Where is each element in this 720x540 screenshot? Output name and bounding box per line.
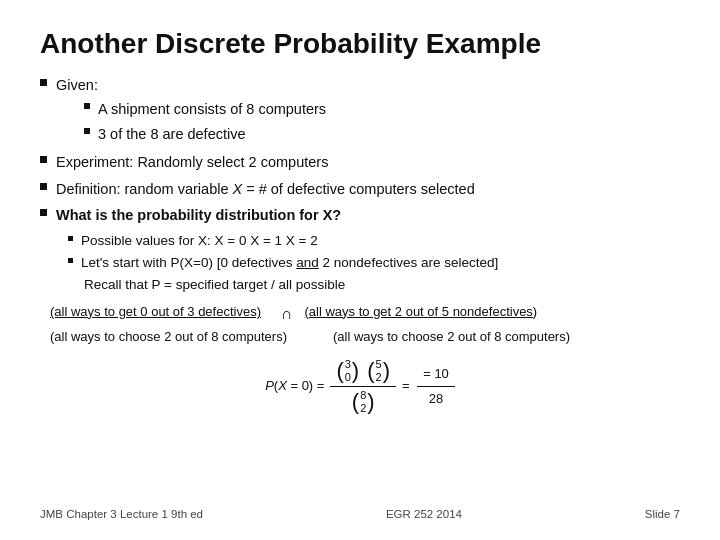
formula-area: P(X = 0) = ( 3 0 ) (: [40, 356, 680, 418]
sub-sq-1: [68, 236, 73, 241]
bullet-sq-3: [40, 183, 47, 190]
recall-line: Recall that P = specified target / all p…: [84, 275, 680, 295]
fraction-bottom-row: (all ways to choose 2 out of 8 computers…: [50, 327, 680, 347]
row2-right: (all ways to choose 2 out of 8 computers…: [333, 327, 570, 347]
slide-title: Another Discrete Probability Example: [40, 28, 680, 60]
fraction-rows: (all ways to get 0 out of 3 defectives) …: [50, 302, 680, 348]
experiment-text: Experiment: Randomly select 2 computers: [56, 151, 328, 173]
bullet-sq-1b: [84, 128, 90, 134]
bullet-sq-2: [40, 156, 47, 163]
formula-label: P(X = 0) =: [265, 376, 324, 396]
formula-row: P(X = 0) = ( 3 0 ) (: [265, 356, 455, 418]
binom-3-0: ( 3 0 ): [336, 358, 359, 384]
fraction-top-row: (all ways to get 0 out of 3 defectives) …: [50, 302, 680, 327]
row1-right: (all ways to get 2 out of 5 nondefective…: [305, 302, 538, 322]
shipment-text: A shipment consists of 8 computers: [98, 98, 326, 120]
sub-bullet-2: Let's start with P(X=0) [0 defectives an…: [68, 253, 680, 273]
slide-content: Given: A shipment consists of 8 computer…: [40, 74, 680, 504]
formula-denominator: ( 8 2 ): [346, 387, 381, 417]
formula-numerator: ( 3 0 ) ( 5 2: [330, 356, 396, 387]
slide-footer: JMB Chapter 3 Lecture 1 9th ed EGR 252 2…: [40, 504, 680, 520]
bullet-sq-1: [40, 79, 47, 86]
footer-right: Slide 7: [645, 508, 680, 520]
right-col: (all ways to get 2 out of 5 nondefective…: [305, 302, 538, 322]
footer-center: EGR 252 2014: [386, 508, 462, 520]
definition-text: Definition: random variable X = # of def…: [56, 178, 475, 200]
bullet-sq-1a: [84, 103, 90, 109]
binom-8-2: ( 8 2 ): [352, 389, 375, 415]
bullet-question: What is the probability distribution for…: [40, 204, 680, 226]
binom-5-2: ( 5 2 ): [367, 358, 390, 384]
row1-left: (all ways to get 0 out of 3 defectives): [50, 302, 261, 322]
bullet-sq-4: [40, 209, 47, 216]
bullet-definition: Definition: random variable X = # of def…: [40, 178, 680, 200]
intersect-symbol: ∩: [281, 302, 293, 327]
row2-left: (all ways to choose 2 out of 8 computers…: [50, 327, 287, 347]
bullet-given: Given: A shipment consists of 8 computer…: [40, 74, 680, 147]
left-col: (all ways to get 0 out of 3 defectives): [50, 302, 261, 322]
given-label: Given:: [56, 77, 98, 93]
formula-result: = = 10 28: [402, 362, 455, 411]
sub-text-1: Possible values for X: X = 0 X = 1 X = 2: [81, 231, 318, 251]
bullet-defective: 3 of the 8 are defective: [84, 123, 326, 145]
footer-left: JMB Chapter 3 Lecture 1 9th ed: [40, 508, 203, 520]
sub-bullet-1: Possible values for X: X = 0 X = 1 X = 2: [68, 231, 680, 251]
bullet-shipment: A shipment consists of 8 computers: [84, 98, 326, 120]
defective-text: 3 of the 8 are defective: [98, 123, 246, 145]
recall-text: Recall that P = specified target / all p…: [84, 277, 345, 292]
sub-content: Possible values for X: X = 0 X = 1 X = 2…: [68, 231, 680, 296]
slide: Another Discrete Probability Example Giv…: [0, 0, 720, 540]
result-denom: 28: [423, 387, 449, 411]
bullet-experiment: Experiment: Randomly select 2 computers: [40, 151, 680, 173]
sub-sq-2: [68, 258, 73, 263]
result-numer: = 10: [417, 362, 455, 387]
big-fraction: ( 3 0 ) ( 5 2: [330, 356, 396, 418]
sub-text-2: Let's start with P(X=0) [0 defectives an…: [81, 253, 498, 273]
result-fraction: = 10 28: [417, 362, 455, 411]
question-text: What is the probability distribution for…: [56, 204, 341, 226]
